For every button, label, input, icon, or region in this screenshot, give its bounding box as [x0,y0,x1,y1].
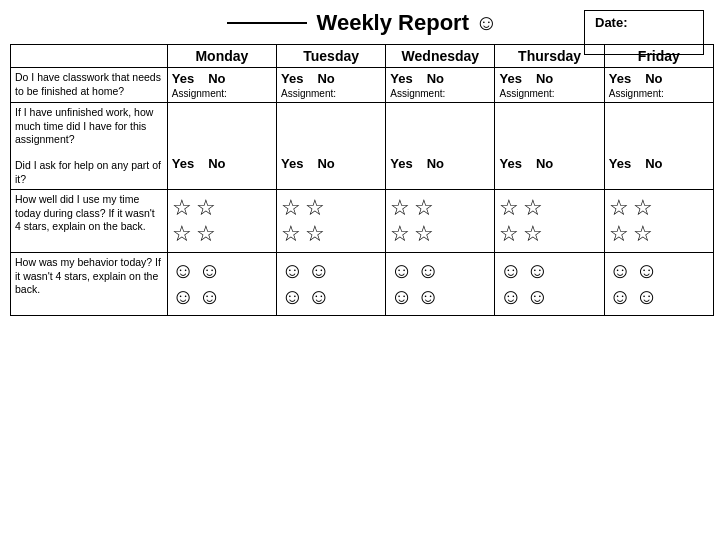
stars-row-bottom: ☆ ☆ [609,223,709,245]
day-cell-wed-2: Yes No [386,103,495,190]
smiley-icon: ☺ [390,286,412,308]
yes-label: Yes [499,156,521,171]
day-cell-thu-1: Yes No Assignment: [495,68,604,103]
smiley-icon: ☺ [198,286,220,308]
question-cell-4: How was my behavior today? If it wasn't … [11,253,168,316]
yes-no-row: Yes No [172,156,272,171]
page-header: Weekly Report ☺ Date: [10,10,714,36]
star-icon: ☆ [281,223,301,245]
no-label: No [317,71,334,86]
question-text-3: How well did I use my time today during … [15,193,155,232]
smiley-icon: ☺ [307,286,329,308]
yes-label: Yes [499,71,521,86]
question-header [11,45,168,68]
assignment-label: Assignment: [499,88,599,99]
star-icon: ☆ [633,223,653,245]
smiley-icon: ☺ [526,286,548,308]
question-text-4: How was my behavior today? If it wasn't … [15,256,161,295]
yes-no-row: Yes No [609,156,709,171]
star-icon: ☆ [609,223,629,245]
smiley-icon: ☺ [635,286,657,308]
table-row: How was my behavior today? If it wasn't … [11,253,714,316]
day-cell-wed-1: Yes No Assignment: [386,68,495,103]
star-icon: ☆ [523,197,543,219]
day-cell-thu-2: Yes No [495,103,604,190]
header-wednesday: Wednesday [386,45,495,68]
question-cell-1: Do I have classwork that needs to be fin… [11,68,168,103]
stars-row-bottom: ☆ ☆ [281,223,381,245]
yes-label: Yes [390,156,412,171]
smiley-icon: ☺ [499,286,521,308]
yes-no-row: Yes No [499,71,599,86]
yes-label: Yes [172,156,194,171]
smileys-row-top: ☺ ☺ [390,260,490,282]
name-blank[interactable] [227,22,307,24]
smiley-icon: ☺ [307,260,329,282]
no-label: No [645,156,662,171]
assignment-label: Assignment: [281,88,381,99]
smiley-icon: ☺ [281,260,303,282]
star-icon: ☆ [172,223,192,245]
no-label: No [317,156,334,171]
star-icon: ☆ [281,197,301,219]
day-cell-thu-4: ☺ ☺ ☺ ☺ [495,253,604,316]
assignment-label: Assignment: [390,88,490,99]
star-icon: ☆ [305,197,325,219]
page-title: Weekly Report [317,10,469,36]
stars-row-top: ☆ ☆ [390,197,490,219]
stars-row-top: ☆ ☆ [172,197,272,219]
day-cell-mon-3: ☆ ☆ ☆ ☆ [167,190,276,253]
day-cell-mon-1: Yes No Assignment: [167,68,276,103]
question-cell-3: How well did I use my time today during … [11,190,168,253]
smiley-icon: ☺ [635,260,657,282]
smiley-icon: ☺ [198,260,220,282]
star-icon: ☆ [499,197,519,219]
day-cell-tue-1: Yes No Assignment: [277,68,386,103]
day-cell-tue-2: Yes No [277,103,386,190]
star-icon: ☆ [414,197,434,219]
smileys-row-bottom: ☺ ☺ [499,286,599,308]
day-cell-wed-4: ☺ ☺ ☺ ☺ [386,253,495,316]
no-label: No [427,156,444,171]
table-row: If I have unfinished work, how much time… [11,103,714,190]
weekly-report-table: Monday Tuesday Wednesday Thursday Friday… [10,44,714,316]
question-text-2: If I have unfinished work, how much time… [15,106,153,145]
stars-row-top: ☆ ☆ [281,197,381,219]
yes-no-row: Yes No [172,71,272,86]
yes-no-row: Yes No [390,71,490,86]
day-cell-wed-3: ☆ ☆ ☆ ☆ [386,190,495,253]
title-smiley: ☺ [475,10,497,36]
smiley-icon: ☺ [390,260,412,282]
smileys-row-bottom: ☺ ☺ [390,286,490,308]
assignment-label: Assignment: [609,88,709,99]
star-icon: ☆ [499,223,519,245]
date-label: Date: [595,15,628,30]
yes-no-row: Yes No [281,71,381,86]
star-icon: ☆ [414,223,434,245]
stars-row-bottom: ☆ ☆ [499,223,599,245]
table-row: Do I have classwork that needs to be fin… [11,68,714,103]
day-cell-fri-2: Yes No [604,103,713,190]
yes-no-row: Yes No [281,156,381,171]
yes-label: Yes [390,71,412,86]
smiley-icon: ☺ [609,260,631,282]
day-cell-tue-3: ☆ ☆ ☆ ☆ [277,190,386,253]
star-icon: ☆ [172,197,192,219]
no-label: No [645,71,662,86]
smileys-row-top: ☺ ☺ [609,260,709,282]
yes-label: Yes [172,71,194,86]
yes-no-row: Yes No [499,156,599,171]
day-cell-fri-3: ☆ ☆ ☆ ☆ [604,190,713,253]
day-cell-fri-4: ☺ ☺ ☺ ☺ [604,253,713,316]
smiley-icon: ☺ [526,260,548,282]
smileys-row-bottom: ☺ ☺ [609,286,709,308]
star-icon: ☆ [196,223,216,245]
smileys-row-bottom: ☺ ☺ [281,286,381,308]
smileys-row-top: ☺ ☺ [172,260,272,282]
question-text-2b: Did I ask for help on any part of it? [15,159,161,185]
stars-row-bottom: ☆ ☆ [390,223,490,245]
yes-label: Yes [609,71,631,86]
star-icon: ☆ [523,223,543,245]
star-icon: ☆ [196,197,216,219]
smiley-icon: ☺ [172,286,194,308]
